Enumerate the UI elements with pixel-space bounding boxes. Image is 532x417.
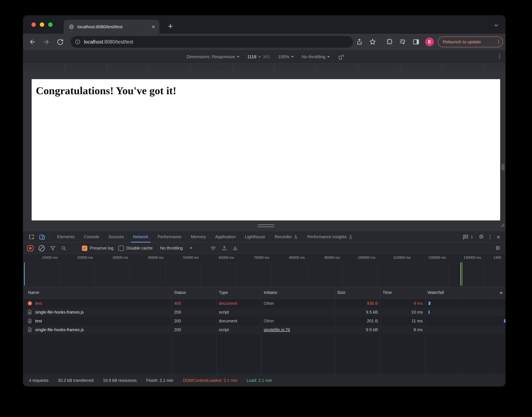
import-har-icon[interactable] [221,245,227,251]
devtools-tab-recorder[interactable]: Recorder [270,231,303,242]
devtools-tab-network[interactable]: Network [128,231,153,242]
new-tab-button[interactable]: + [168,22,173,30]
request-initiator-link[interactable]: singlefile.js:76 [264,327,290,332]
clear-network-log-button[interactable] [39,245,45,251]
timeline-tick: 110000 ms [379,256,411,260]
devtools-tab-elements[interactable]: Elements [53,231,79,242]
record-network-log-button[interactable] [27,245,33,251]
timeline-tick: 90000 ms [309,256,340,260]
request-name: test [35,301,42,306]
network-conditions-icon[interactable] [210,245,216,251]
viewport-width-resize-handle[interactable] [502,164,504,170]
url-host: localhost [84,39,103,45]
minimize-window-button[interactable] [40,22,44,27]
network-overview-timeline[interactable]: 10000 ms 20000 ms 30000 ms 40000 ms 5000… [23,254,505,287]
request-status: 405 [174,301,181,306]
device-toolbar-menu-icon[interactable] [499,54,500,58]
devtools-tab-lighthouse[interactable]: Lighthouse [240,231,270,242]
search-icon[interactable] [61,245,67,251]
tab-close-icon[interactable]: × [151,24,155,30]
zoom-select[interactable]: 100% [278,54,294,59]
fullscreen-window-button[interactable] [48,22,53,27]
rotate-viewport-icon[interactable] [338,54,344,60]
devtools-tab-sources[interactable]: Sources [104,231,128,242]
request-time: 9 ms [380,301,423,306]
back-button[interactable] [29,38,36,45]
column-header-name[interactable]: Name [28,290,39,295]
network-settings-icon[interactable]: ⚙ [495,245,500,251]
script-file-icon [28,327,32,332]
viewport-ruler [23,64,505,70]
checkbox-unchecked-icon [118,246,124,251]
tab-strip: localhost:8080/test/test × + [23,15,505,34]
bookmark-star-icon[interactable] [369,38,376,45]
devtools-tab-console[interactable]: Console [79,231,104,242]
timeline-tick: 70000 ms [238,256,269,260]
preserve-log-checkbox[interactable]: ✓ Preserve log [82,246,113,251]
filter-icon[interactable] [50,245,56,251]
network-request-row[interactable]: test 200 document Other 201 B 11 ms [23,316,505,325]
devtools-settings-icon[interactable]: ⚙ [479,234,484,240]
relaunch-to-update-button[interactable]: Relaunch to update [438,36,503,47]
summary-requests: 4 requests [29,378,48,383]
timeline-tick: 80000 ms [273,256,305,260]
column-header-size[interactable]: Size [337,290,345,295]
throttling-select-network[interactable]: No throttling [160,246,192,250]
devtools-tab-memory[interactable]: Memory [186,231,211,242]
column-header-time[interactable]: Time [383,290,392,295]
side-panel-icon[interactable] [412,38,420,45]
browser-tab[interactable]: localhost:8080/test/test × [64,20,160,34]
export-har-icon[interactable] [232,245,238,251]
network-request-row[interactable]: single-file-hooks-frames.js 200 script 9… [23,308,505,316]
viewport-corner-resize-handle[interactable] [499,222,505,227]
share-icon[interactable] [356,38,363,45]
waterfall-bar [428,302,430,305]
tab-search-chevron-icon[interactable] [493,22,499,28]
media-controls-icon[interactable] [399,38,406,45]
request-status: 200 [174,310,181,315]
issues-count[interactable]: 1 [471,235,473,239]
toggle-device-toolbar-icon[interactable] [39,234,45,240]
column-header-type[interactable]: Type [219,290,228,295]
timeline-tick: 60000 ms [203,256,234,260]
request-type: script [219,310,229,315]
chevron-down-icon [327,56,330,58]
column-header-status[interactable]: Status [174,290,186,295]
site-info-icon[interactable] [75,39,81,45]
column-header-waterfall[interactable]: Waterfall [427,290,444,295]
viewport-width-input[interactable]: 1118 [247,54,256,59]
url-path: :8080/test/test [103,39,133,45]
summary-domcontentloaded: DOMContentLoaded: 2.1 min [183,378,237,383]
reload-button[interactable] [57,38,64,45]
extensions-puzzle-icon[interactable] [386,38,393,45]
profile-avatar[interactable]: E [425,37,434,46]
request-size: 9.5 kB [335,327,378,332]
document-file-icon [28,318,32,323]
inspect-element-icon[interactable] [28,234,35,240]
timeline-start-marker [24,262,25,286]
throttling-select-device[interactable]: No throttling [302,54,330,59]
devtools-tab-performance-insights[interactable]: Performance insights [303,231,358,242]
devtools-tab-performance[interactable]: Performance [153,231,186,242]
dimensions-select[interactable]: Dimensions: Responsive [187,54,239,59]
column-header-initiator[interactable]: Initiator [264,290,277,295]
network-request-row[interactable]: single-file-hooks-frames.js 200 script s… [23,325,505,334]
close-window-button[interactable] [32,22,36,27]
viewport-height-resize-handle[interactable] [258,224,274,229]
sort-ascending-icon[interactable] [500,292,503,293]
divider [202,245,202,251]
devtools-menu-icon[interactable] [490,235,490,239]
request-time: 10 ms [380,310,423,315]
network-request-list: × test 405 document Other 936 B 9 ms sin… [23,299,505,374]
summary-resources: 19.9 kB resources [103,378,137,383]
devtools-tab-application[interactable]: Application [211,231,240,242]
issues-icon[interactable] [462,234,469,240]
relaunch-menu-icon[interactable] [498,40,499,44]
disable-cache-checkbox[interactable]: Disable cache [118,246,153,251]
forward-button[interactable] [43,38,50,45]
viewport-height-input[interactable]: 341 [263,54,270,59]
devtools-close-icon[interactable]: × [496,234,500,240]
network-request-row[interactable]: × test 405 document Other 936 B 9 ms [23,299,505,308]
address-bar[interactable]: localhost:8080/test/test [71,36,353,48]
timeline-tick: 1400 [493,256,505,260]
